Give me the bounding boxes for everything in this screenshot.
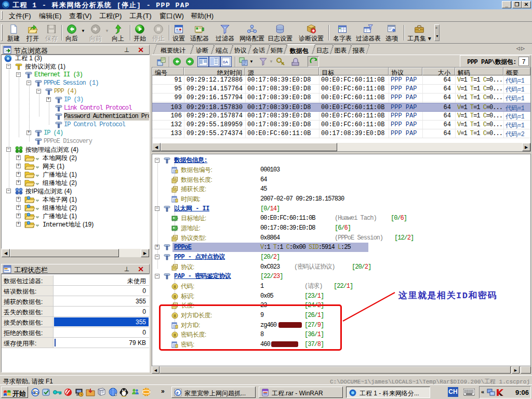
svg-text:6A: 6A xyxy=(223,60,228,64)
svg-text:e: e xyxy=(176,390,178,395)
svg-text:e: e xyxy=(33,389,36,395)
